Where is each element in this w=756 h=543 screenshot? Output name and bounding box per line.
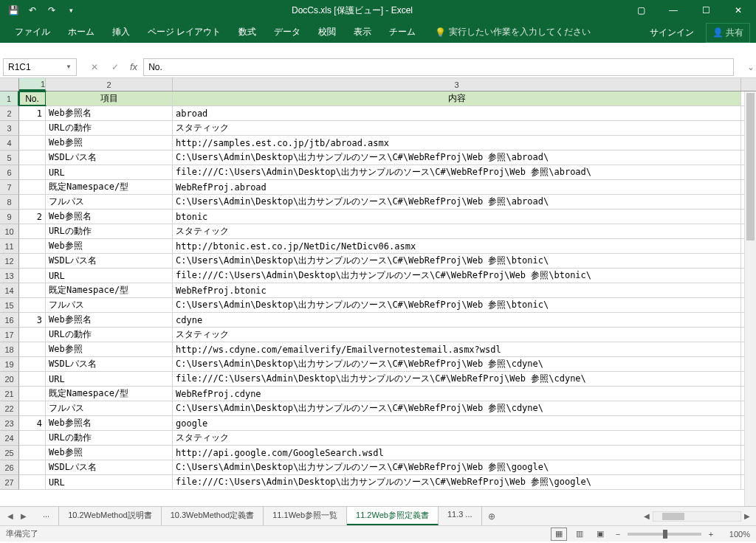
cells-area[interactable]: No.項目内容1Web参照名abroadURLの動作スタティックWeb参照htt… — [19, 91, 756, 490]
chevron-down-icon[interactable]: ▼ — [66, 63, 72, 70]
scrollbar-thumb[interactable] — [746, 93, 755, 241]
cell[interactable]: Web参照名 — [46, 210, 173, 224]
cell[interactable] — [19, 151, 46, 165]
cell[interactable]: btonic — [173, 210, 741, 224]
ribbon-tab[interactable]: ホーム — [59, 21, 103, 43]
cell[interactable] — [19, 342, 46, 356]
cell[interactable]: URL — [46, 269, 173, 283]
cell[interactable]: C:\Users\Admin\Desktop\出力サンプルのソース\C#\Web… — [173, 195, 741, 209]
cell[interactable]: WSDLパス名 — [46, 254, 173, 268]
cell[interactable] — [19, 136, 46, 150]
cell[interactable] — [19, 328, 46, 342]
cell[interactable] — [19, 357, 46, 371]
undo-icon[interactable]: ↶ — [25, 3, 40, 18]
sheet-nav-prev[interactable]: ◀ — [4, 509, 16, 524]
cell[interactable]: Web参照 — [46, 446, 173, 460]
cell[interactable]: URL — [46, 372, 173, 386]
zoom-slider[interactable] — [628, 533, 701, 536]
zoom-out-button[interactable]: − — [613, 530, 623, 539]
cell[interactable]: C:\Users\Admin\Desktop\出力サンプルのソース\C#\Web… — [173, 401, 741, 415]
cell[interactable]: Web参照 — [46, 239, 173, 253]
cell[interactable]: URLの動作 — [46, 431, 173, 445]
sheet-tab[interactable]: 11.1Web参照一覧 — [264, 507, 347, 525]
cell[interactable]: WebRefProj.cdyne — [173, 387, 741, 401]
cell[interactable] — [19, 269, 46, 283]
tell-me[interactable]: 💡 実行したい作業を入力してください — [426, 21, 599, 43]
row-header[interactable]: 17 — [0, 328, 19, 342]
cell[interactable]: Web参照名 — [46, 106, 173, 120]
name-box[interactable]: R1C1 ▼ — [3, 58, 77, 76]
cell[interactable]: http://samples.est.co.jp/jtb/abroad.asmx — [173, 136, 741, 150]
signin-button[interactable]: サインイン — [644, 24, 700, 42]
vertical-scrollbar[interactable] — [744, 91, 756, 506]
cell[interactable]: スタティック — [173, 121, 741, 135]
cell[interactable]: C:\Users\Admin\Desktop\出力サンプルのソース\C#\Web… — [173, 151, 741, 165]
minimize-button[interactable]: — — [659, 0, 688, 21]
cell[interactable]: フルパス — [46, 195, 173, 209]
cell[interactable]: URL — [46, 165, 173, 179]
cell[interactable]: 2 — [19, 210, 46, 224]
sheet-tab[interactable]: 11.2Web参照定義書 — [347, 507, 439, 525]
row-header[interactable]: 7 — [0, 180, 19, 195]
cell[interactable] — [19, 180, 46, 194]
row-header[interactable]: 22 — [0, 401, 19, 416]
add-sheet-button[interactable]: ⊕ — [482, 508, 501, 525]
cell[interactable]: file:///C:\Users\Admin\Desktop\出力サンプルのソー… — [173, 372, 741, 386]
ribbon-tab[interactable]: 校閲 — [309, 21, 345, 43]
col-header-3[interactable]: 3 — [173, 78, 741, 91]
cell[interactable]: 内容 — [173, 91, 741, 106]
row-header[interactable]: 26 — [0, 460, 19, 475]
row-header[interactable]: 3 — [0, 121, 19, 136]
ribbon-tab[interactable]: 挿入 — [103, 21, 139, 43]
row-header[interactable]: 2 — [0, 106, 19, 121]
cell[interactable]: google — [173, 416, 741, 430]
row-header[interactable]: 12 — [0, 254, 19, 269]
sheet-tab[interactable]: ... — [34, 507, 59, 525]
row-header[interactable]: 27 — [0, 475, 19, 490]
cell[interactable]: Web参照 — [46, 136, 173, 150]
col-header-1[interactable]: 1 — [19, 78, 46, 91]
cell[interactable]: http://api.google.com/GoogleSearch.wsdl — [173, 446, 741, 460]
cell[interactable]: WSDLパス名 — [46, 151, 173, 165]
row-header[interactable]: 5 — [0, 151, 19, 165]
zoom-slider-thumb[interactable] — [663, 530, 667, 539]
ribbon-display-icon[interactable]: ▢ — [626, 0, 656, 21]
cell[interactable]: file:///C:\Users\Admin\Desktop\出力サンプルのソー… — [173, 269, 741, 283]
row-header[interactable]: 19 — [0, 357, 19, 372]
row-header[interactable]: 18 — [0, 342, 19, 357]
cell[interactable] — [19, 431, 46, 445]
hscroll-left-icon[interactable]: ◀ — [641, 509, 653, 524]
ribbon-tab[interactable]: 表示 — [345, 21, 380, 43]
cell[interactable] — [19, 195, 46, 209]
cell[interactable]: フルパス — [46, 401, 173, 415]
cell[interactable] — [19, 121, 46, 135]
cell[interactable]: cdyne — [173, 313, 741, 327]
sheet-tab[interactable]: 10.2WebMethod説明書 — [59, 507, 162, 525]
col-header-2[interactable]: 2 — [46, 78, 173, 91]
cell[interactable] — [19, 254, 46, 268]
enter-icon[interactable]: ✓ — [106, 59, 124, 75]
row-header[interactable]: 1 — [0, 91, 19, 106]
sheet-nav-next[interactable]: ▶ — [18, 509, 30, 524]
cell[interactable] — [19, 224, 46, 238]
share-button[interactable]: 👤 共有 — [706, 23, 750, 43]
scrollbar-thumb[interactable] — [662, 513, 684, 520]
cell[interactable] — [19, 283, 46, 297]
row-header[interactable]: 11 — [0, 239, 19, 254]
cell[interactable]: URLの動作 — [46, 224, 173, 238]
row-header[interactable]: 13 — [0, 269, 19, 283]
save-icon[interactable]: 💾 — [6, 3, 21, 18]
view-normal-icon[interactable]: ▦ — [551, 528, 567, 541]
expand-formula-icon[interactable]: ⌄ — [746, 62, 756, 72]
view-pagelayout-icon[interactable]: ▥ — [571, 528, 588, 541]
cell[interactable] — [19, 372, 46, 386]
formula-input[interactable]: No. — [143, 58, 734, 76]
row-header[interactable]: 20 — [0, 372, 19, 387]
cell[interactable]: C:\Users\Admin\Desktop\出力サンプルのソース\C#\Web… — [173, 254, 741, 268]
zoom-in-button[interactable]: + — [706, 530, 716, 539]
cancel-icon[interactable]: ✕ — [86, 59, 103, 75]
cell[interactable]: Web参照名 — [46, 313, 173, 327]
row-header[interactable]: 21 — [0, 387, 19, 401]
row-header[interactable]: 8 — [0, 195, 19, 210]
cell[interactable]: 1 — [19, 106, 46, 120]
